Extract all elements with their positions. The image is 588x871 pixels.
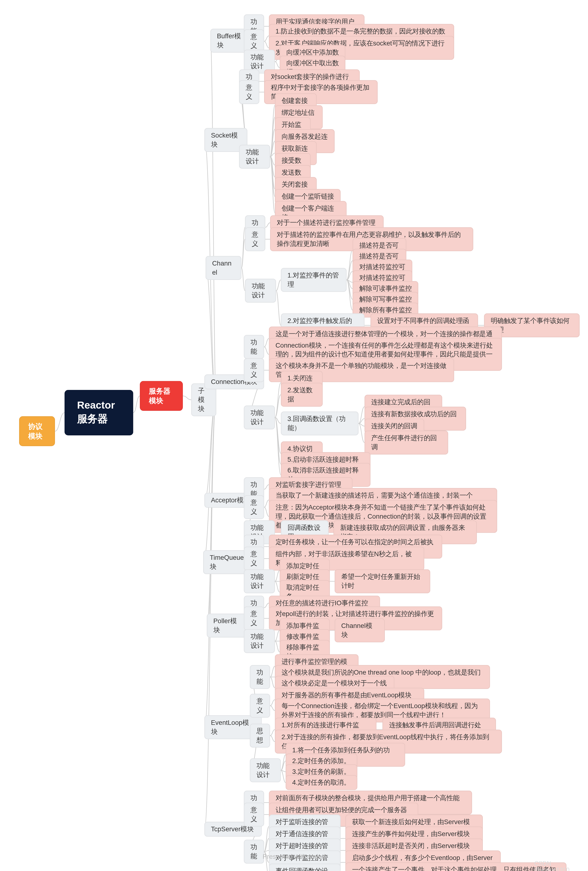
connection-des-2: 2.发送数据 <box>281 383 323 406</box>
poller-des[interactable]: 功能设计 <box>244 629 275 653</box>
channel-des[interactable]: 功能设计 <box>245 279 276 302</box>
branch-server[interactable]: 服务器模块 <box>140 381 183 411</box>
eventloop-func[interactable]: 功能 <box>250 665 270 689</box>
footer: Presented with xmind <box>0 853 588 860</box>
poller-title[interactable]: Poller模块 <box>207 614 250 637</box>
tcpserver-mean[interactable]: 意义 <box>244 802 264 826</box>
channel-title[interactable]: Channel <box>206 256 242 280</box>
timequeue-des[interactable]: 功能设计 <box>244 569 275 593</box>
eventloop-mean[interactable]: 意义 <box>250 694 270 717</box>
connection-des-3-title[interactable]: 3.回调函数设置（功能） <box>281 412 358 435</box>
eventloop-des[interactable]: 功能设计 <box>250 758 281 782</box>
buffer-title[interactable]: Buffer模块 <box>210 29 249 52</box>
timequeue-des-1-note: 希望一个定时任务重新开始计时 <box>334 569 430 593</box>
poller-des-1-note: Channel模块 <box>334 618 385 642</box>
acceptor-mean[interactable]: 意义 <box>244 495 264 519</box>
connection-mean[interactable]: 意义 <box>244 358 264 382</box>
watermark: CSDN @yusuo1310 <box>534 860 588 871</box>
channel-mean[interactable]: 意义 <box>245 227 265 251</box>
eventloop-idea[interactable]: 思想 <box>250 724 270 747</box>
poller-mean[interactable]: 意义 <box>244 606 264 630</box>
socket-des[interactable]: 功能设计 <box>239 145 270 168</box>
channel-des-g1-title[interactable]: 1.对监控事件的管理 <box>281 268 346 292</box>
eventloop-des-3: 4.定时任务的取消。 <box>286 775 357 790</box>
socket-mean[interactable]: 意义 <box>239 80 259 104</box>
branch-protocol[interactable]: 协议模块 <box>19 416 55 446</box>
tcpserver-g5: 一个连接产生了一个事件，对于这个事件如何处理，只有组件使用者知道，因此，一个事件… <box>345 862 567 871</box>
root-node[interactable]: Reactor服务器 <box>64 390 133 436</box>
connection-func[interactable]: 功能 <box>244 335 264 359</box>
timequeue-mean[interactable]: 意义 <box>244 546 264 570</box>
connection-des-3-3: 产生任何事件进行的回调 <box>364 431 448 454</box>
tcpserver-g5-title[interactable]: 事件回调函数的设置 <box>269 864 340 871</box>
connection-des[interactable]: 功能设计 <box>244 406 275 429</box>
